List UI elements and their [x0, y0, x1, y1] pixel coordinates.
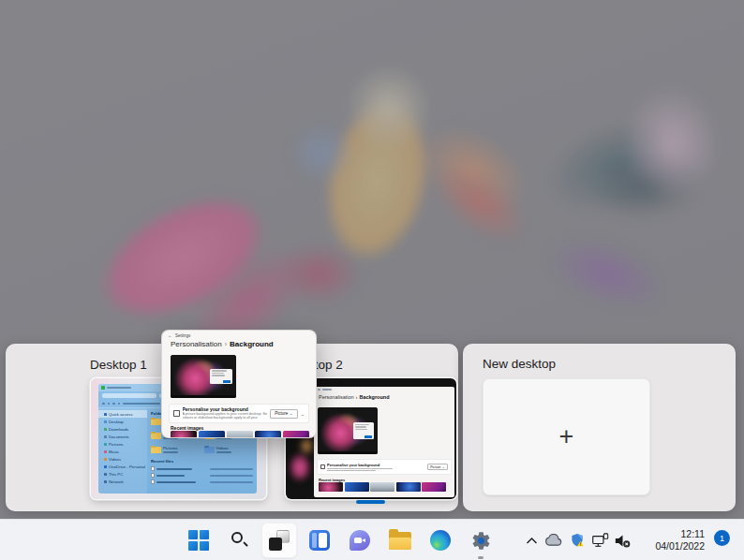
expand-chevron-icon: ⌄	[301, 411, 305, 417]
plus-icon: +	[559, 424, 574, 449]
chat-button[interactable]	[342, 523, 378, 558]
background-type-dropdown: Picture ⌄	[270, 409, 298, 419]
new-desktop-label: New desktop	[483, 357, 556, 371]
background-preview	[318, 407, 378, 454]
explorer-sidebar: Quick access Desktop Downloads Documents…	[98, 408, 147, 494]
chevron-down-icon: ⌄	[290, 411, 293, 416]
edge-icon	[430, 530, 451, 551]
checkbox-icon	[320, 464, 325, 469]
personalise-background-section: Personalise your background A picture ba…	[169, 404, 309, 423]
volume-muted-icon	[614, 533, 632, 549]
notification-badge[interactable]: 1	[714, 530, 730, 546]
volume-tray-button[interactable]	[612, 523, 633, 558]
network-tray-button[interactable]	[589, 523, 611, 558]
onedrive-tray-button[interactable]	[543, 523, 564, 558]
checkbox-icon	[173, 410, 180, 417]
onedrive-cloud-icon	[544, 534, 562, 547]
recent-images-row	[319, 482, 446, 492]
tray-time: 12:11	[635, 528, 705, 540]
settings-running-indicator	[478, 556, 484, 559]
settings-button[interactable]	[463, 523, 498, 558]
clock[interactable]: 12:11 04/01/2022	[635, 523, 705, 553]
taskbar: 12:11 04/01/2022 1	[0, 519, 744, 560]
task-view-icon	[269, 530, 290, 551]
folder-icon	[101, 386, 105, 390]
security-shield-icon	[569, 532, 586, 549]
task-view-button[interactable]	[261, 523, 297, 558]
file-explorer-icon	[389, 532, 411, 550]
settings-window-title: Settings	[175, 333, 190, 338]
security-tray-button[interactable]	[566, 523, 588, 558]
recent-images-row	[171, 431, 309, 438]
desktop1-label: Desktop 1	[90, 358, 147, 372]
settings-window-thumbnail: Personalisation › Background Personalise…	[314, 387, 454, 497]
settings-gear-icon	[470, 530, 492, 552]
widgets-icon	[309, 530, 330, 551]
chevron-up-icon	[526, 537, 538, 545]
new-desktop-button[interactable]: +	[483, 378, 650, 495]
show-hidden-icons-button[interactable]	[521, 523, 543, 558]
breadcrumb: Personalisation › Background	[162, 339, 316, 348]
tray-date: 04/01/2022	[635, 540, 705, 553]
settings-window-preview[interactable]: ← Settings Personalisation › Background …	[161, 330, 317, 438]
chevron-down-icon: ⌄	[442, 465, 445, 469]
chat-icon	[350, 530, 370, 551]
screen: Desktop 1 Desktop 2 New desktop Quick ac…	[0, 0, 744, 560]
windows-logo-icon	[188, 530, 209, 551]
widgets-button[interactable]	[302, 523, 337, 558]
edge-button[interactable]	[423, 523, 458, 558]
search-button[interactable]	[221, 523, 257, 558]
file-explorer-button[interactable]	[382, 523, 418, 558]
background-preview	[171, 355, 236, 398]
ethernet-network-icon	[591, 532, 609, 549]
search-icon	[230, 531, 248, 550]
start-button[interactable]	[181, 523, 216, 558]
active-desktop-indicator	[356, 500, 385, 504]
back-arrow-icon: ←	[168, 333, 172, 338]
